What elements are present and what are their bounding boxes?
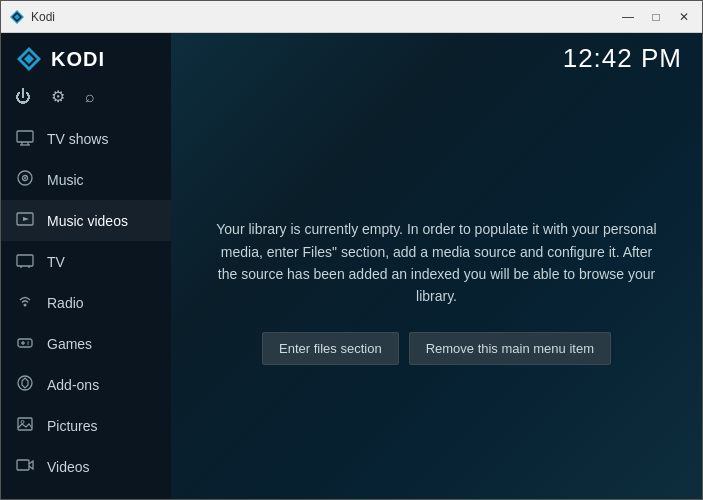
sidebar-label-videos: Videos	[47, 459, 90, 475]
minimize-button[interactable]: —	[618, 7, 638, 27]
content-area: Your library is currently empty. In orde…	[171, 84, 702, 499]
svg-rect-27	[17, 460, 29, 470]
sidebar-toolbar: ⏻ ⚙ ⌕	[1, 81, 171, 118]
svg-point-18	[24, 304, 27, 307]
title-bar-text: Kodi	[31, 10, 618, 24]
sidebar: KODI ⏻ ⚙ ⌕ TV show	[1, 33, 171, 499]
power-icon[interactable]: ⏻	[15, 88, 31, 106]
sidebar-label-games: Games	[47, 336, 92, 352]
sidebar-label-music-videos: Music videos	[47, 213, 128, 229]
games-icon	[15, 333, 35, 354]
tv-icon	[15, 251, 35, 272]
remove-menu-item-button[interactable]: Remove this main menu item	[409, 332, 611, 365]
clock-display: 12:42 PM	[563, 43, 682, 74]
maximize-button[interactable]: □	[646, 7, 666, 27]
sidebar-label-music: Music	[47, 172, 84, 188]
sidebar-item-videos[interactable]: Videos	[1, 446, 171, 487]
app-window: Kodi — □ ✕ KODI ⏻ ⚙	[0, 0, 703, 500]
sidebar-label-tv: TV	[47, 254, 65, 270]
videos-icon	[15, 456, 35, 477]
app-body: KODI ⏻ ⚙ ⌕ TV show	[1, 33, 702, 499]
svg-rect-15	[17, 255, 33, 266]
svg-point-26	[21, 421, 24, 424]
sidebar-item-tv[interactable]: TV	[1, 241, 171, 282]
music-videos-icon	[15, 210, 35, 231]
enter-files-button[interactable]: Enter files section	[262, 332, 399, 365]
radio-icon	[15, 292, 35, 313]
addons-icon	[15, 374, 35, 395]
svg-point-12	[24, 177, 26, 179]
sidebar-label-radio: Radio	[47, 295, 84, 311]
pictures-icon	[15, 415, 35, 436]
svg-rect-25	[18, 418, 32, 430]
sidebar-item-tv-shows[interactable]: TV shows	[1, 118, 171, 159]
main-content: 12:42 PM Your library is currently empty…	[171, 33, 702, 499]
sidebar-label-tv-shows: TV shows	[47, 131, 108, 147]
svg-marker-14	[23, 217, 29, 221]
sidebar-item-pictures[interactable]: Pictures	[1, 405, 171, 446]
svg-point-22	[27, 341, 29, 343]
title-bar: Kodi — □ ✕	[1, 1, 702, 33]
search-icon[interactable]: ⌕	[85, 88, 95, 106]
settings-icon[interactable]: ⚙	[51, 87, 65, 106]
music-icon	[15, 169, 35, 190]
empty-library-message: Your library is currently empty. In orde…	[211, 218, 662, 308]
sidebar-item-addons[interactable]: Add-ons	[1, 364, 171, 405]
sidebar-item-radio[interactable]: Radio	[1, 282, 171, 323]
sidebar-label-addons: Add-ons	[47, 377, 99, 393]
svg-point-23	[27, 343, 29, 345]
app-icon	[9, 9, 25, 25]
close-button[interactable]: ✕	[674, 7, 694, 27]
tv-shows-icon	[15, 128, 35, 149]
nav-items: TV shows Music	[1, 118, 171, 499]
window-controls: — □ ✕	[618, 7, 694, 27]
top-bar: 12:42 PM	[171, 33, 702, 84]
sidebar-item-games[interactable]: Games	[1, 323, 171, 364]
kodi-app-name: KODI	[51, 48, 105, 71]
svg-rect-6	[17, 131, 33, 142]
kodi-logo-icon	[15, 45, 43, 73]
sidebar-item-music-videos[interactable]: Music videos	[1, 200, 171, 241]
sidebar-label-pictures: Pictures	[47, 418, 98, 434]
sidebar-item-music[interactable]: Music	[1, 159, 171, 200]
action-buttons: Enter files section Remove this main men…	[262, 332, 611, 365]
sidebar-header: KODI	[1, 33, 171, 81]
